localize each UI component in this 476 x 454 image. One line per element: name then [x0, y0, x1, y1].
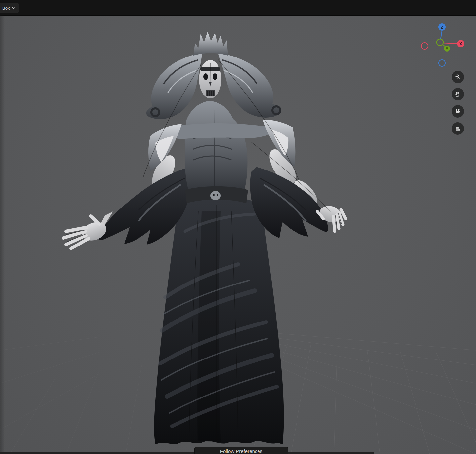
navigation-gizmo[interactable]: Z X Y	[417, 20, 470, 69]
follow-preferences-label: Follow Preferences	[220, 448, 262, 454]
camera-icon	[455, 108, 461, 115]
y-axis-label: Y	[446, 47, 448, 51]
x-axis-line	[444, 43, 457, 44]
pan-button[interactable]	[452, 88, 464, 100]
zoom-button[interactable]	[452, 71, 464, 83]
viewport-header: Box	[0, 0, 476, 16]
grid-ortho-button[interactable]	[452, 122, 464, 135]
viewport-controls	[452, 71, 464, 139]
face	[199, 60, 221, 99]
camera-view-button[interactable]	[452, 105, 464, 118]
select-mode-dropdown[interactable]: Box	[0, 3, 19, 13]
character-model[interactable]	[63, 32, 346, 444]
z-axis-negative-ball[interactable]	[439, 60, 445, 66]
y-axis-line	[443, 45, 445, 47]
viewport-left-edge	[0, 15, 5, 454]
z-axis-line	[441, 31, 442, 39]
editor-divider	[0, 452, 374, 454]
x-axis-label: X	[459, 42, 462, 46]
hand-icon	[455, 91, 461, 97]
z-axis-label: Z	[441, 25, 443, 30]
hood-right-lobe	[218, 53, 281, 118]
chevron-down-icon	[12, 7, 15, 9]
y-axis-negative-ring[interactable]	[437, 39, 443, 46]
chest	[185, 101, 248, 196]
3d-viewport[interactable]: Box Z X Y	[0, 0, 476, 454]
perspective-grid-icon	[455, 125, 461, 132]
x-axis-negative-ball[interactable]	[421, 43, 428, 49]
crown	[193, 32, 228, 56]
scene-canvas	[0, 0, 476, 454]
follow-preferences-button[interactable]: Follow Preferences	[194, 447, 288, 454]
zoom-icon	[455, 74, 461, 80]
select-mode-label: Box	[2, 6, 10, 11]
